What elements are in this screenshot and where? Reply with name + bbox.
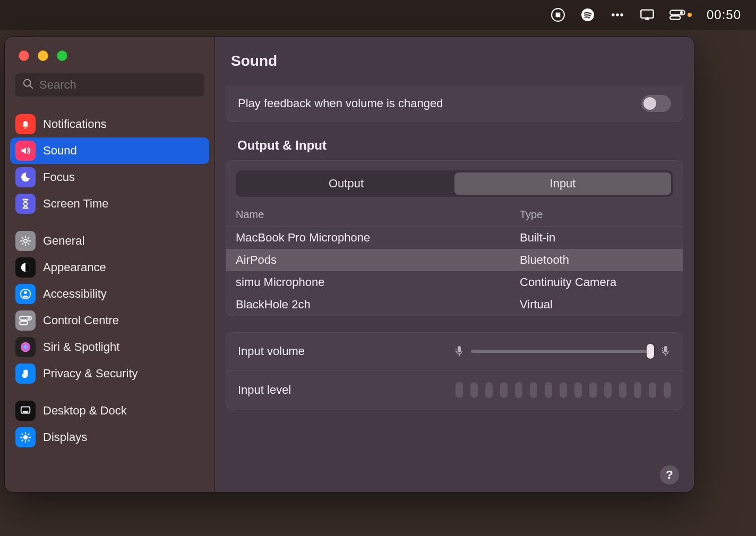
input-controls-panel: Input volume Input bbox=[226, 332, 683, 410]
menubar-clock[interactable]: 00:50 bbox=[707, 7, 741, 22]
sidebar-item-siri-spotlight[interactable]: Siri & Spotlight bbox=[10, 334, 209, 360]
device-type: Virtual bbox=[520, 298, 673, 312]
sidebar-item-screen-time[interactable]: Screen Time bbox=[10, 191, 209, 217]
menubar: 00:50 bbox=[0, 0, 756, 30]
device-type: Continuity Camera bbox=[520, 275, 673, 289]
contrast-icon bbox=[15, 257, 36, 278]
sidebar-item-label: Siri & Spotlight bbox=[43, 340, 119, 354]
level-bar bbox=[589, 382, 597, 398]
sidebar-item-focus[interactable]: Focus bbox=[10, 164, 209, 191]
input-volume-slider[interactable] bbox=[471, 350, 654, 353]
tab-input[interactable]: Input bbox=[454, 172, 671, 195]
sidebar-item-label: Screen Time bbox=[43, 197, 109, 211]
svg-point-3 bbox=[612, 13, 615, 16]
dock-icon bbox=[15, 401, 36, 421]
input-level-meter bbox=[456, 382, 671, 398]
svg-line-29 bbox=[28, 440, 29, 441]
device-type: Built-in bbox=[520, 231, 673, 245]
bell-icon bbox=[15, 114, 36, 134]
menubar-airplay-icon[interactable] bbox=[640, 7, 655, 22]
svg-rect-22 bbox=[23, 411, 29, 413]
hourglass-icon bbox=[15, 194, 36, 214]
svg-point-18 bbox=[28, 317, 30, 319]
input-level-label: Input level bbox=[238, 383, 291, 397]
svg-rect-36 bbox=[664, 346, 667, 352]
level-bar bbox=[515, 382, 522, 398]
device-name: simu Microphone bbox=[236, 275, 520, 289]
svg-line-31 bbox=[22, 440, 23, 441]
svg-rect-32 bbox=[458, 346, 461, 352]
minimize-button[interactable] bbox=[38, 50, 48, 61]
page-title: Sound bbox=[215, 37, 694, 85]
sun-icon bbox=[15, 427, 36, 447]
svg-point-35 bbox=[456, 351, 457, 352]
siri-icon bbox=[15, 337, 36, 357]
device-table: Name Type MacBook Pro MicrophoneBuilt-in… bbox=[226, 203, 683, 316]
svg-line-11 bbox=[30, 85, 33, 89]
level-bar bbox=[485, 382, 493, 398]
tab-output[interactable]: Output bbox=[238, 172, 454, 195]
svg-point-5 bbox=[620, 13, 623, 16]
svg-line-28 bbox=[22, 434, 23, 435]
output-input-heading: Output & Input bbox=[237, 138, 683, 153]
close-button[interactable] bbox=[19, 50, 29, 61]
system-settings-window: NotificationsSoundFocusScreen TimeGenera… bbox=[4, 36, 694, 492]
mic-low-icon bbox=[454, 345, 465, 358]
svg-point-39 bbox=[662, 350, 663, 351]
hand-icon bbox=[15, 364, 36, 384]
sidebar-item-label: Desktop & Dock bbox=[43, 404, 127, 418]
svg-point-4 bbox=[616, 13, 619, 16]
input-volume-thumb[interactable] bbox=[647, 344, 654, 359]
search-field[interactable] bbox=[39, 78, 197, 92]
sidebar-item-notifications[interactable]: Notifications bbox=[10, 111, 209, 137]
device-row[interactable]: MacBook Pro MicrophoneBuilt-in bbox=[226, 227, 683, 249]
device-type: Bluetooth bbox=[520, 253, 673, 267]
menubar-status-dot-icon bbox=[688, 13, 692, 17]
level-bar bbox=[649, 382, 656, 398]
person-icon bbox=[15, 284, 36, 304]
menubar-control-centre-icon[interactable] bbox=[669, 7, 692, 22]
help-button[interactable]: ? bbox=[660, 465, 679, 485]
search-input[interactable] bbox=[14, 73, 205, 97]
gear-icon bbox=[15, 231, 36, 251]
sidebar-item-sound[interactable]: Sound bbox=[10, 137, 209, 164]
sidebar-item-control-centre[interactable]: Control Centre bbox=[10, 307, 209, 334]
sidebar-item-accessibility[interactable]: Accessibility bbox=[10, 281, 209, 307]
level-bar bbox=[470, 382, 478, 398]
sidebar-item-appearance[interactable]: Appearance bbox=[10, 254, 209, 281]
sidebar-item-label: Notifications bbox=[43, 117, 107, 131]
col-header-name: Name bbox=[236, 209, 520, 221]
sidebar-item-label: Appearance bbox=[43, 261, 106, 274]
svg-line-30 bbox=[28, 434, 29, 435]
play-feedback-label: Play feedback when volume is changed bbox=[238, 97, 443, 110]
level-bar bbox=[634, 382, 641, 398]
sidebar-item-label: Displays bbox=[43, 430, 87, 444]
level-bar bbox=[456, 382, 463, 398]
moon-icon bbox=[15, 167, 36, 187]
window-controls bbox=[5, 37, 214, 73]
menubar-overflow-icon[interactable] bbox=[610, 7, 625, 22]
menubar-spotify-icon[interactable] bbox=[580, 7, 595, 22]
search-icon bbox=[22, 78, 34, 92]
device-row[interactable]: BlackHole 2chVirtual bbox=[226, 293, 683, 316]
sidebar-item-displays[interactable]: Displays bbox=[10, 424, 209, 451]
control-icon bbox=[15, 310, 36, 331]
play-feedback-toggle[interactable] bbox=[641, 95, 671, 112]
svg-rect-1 bbox=[556, 13, 561, 18]
sidebar-item-label: Privacy & Security bbox=[43, 367, 138, 381]
level-bar bbox=[545, 382, 552, 398]
svg-point-40 bbox=[662, 352, 663, 353]
col-header-type: Type bbox=[520, 209, 673, 221]
sidebar-item-label: Sound bbox=[43, 144, 77, 158]
sidebar-item-general[interactable]: General bbox=[10, 228, 209, 254]
device-row[interactable]: simu MicrophoneContinuity Camera bbox=[226, 271, 683, 293]
sidebar-item-desktop-dock[interactable]: Desktop & Dock bbox=[10, 397, 209, 424]
sidebar-item-privacy-security[interactable]: Privacy & Security bbox=[10, 360, 209, 387]
fullscreen-button[interactable] bbox=[57, 50, 67, 61]
level-bar bbox=[560, 382, 567, 398]
content-pane: Sound Play feedback when volume is chang… bbox=[215, 37, 694, 492]
device-name: MacBook Pro Microphone bbox=[236, 231, 520, 245]
device-row[interactable]: AirPodsBluetooth bbox=[226, 249, 683, 271]
menubar-stop-icon[interactable] bbox=[551, 7, 565, 22]
device-name: BlackHole 2ch bbox=[236, 298, 520, 312]
